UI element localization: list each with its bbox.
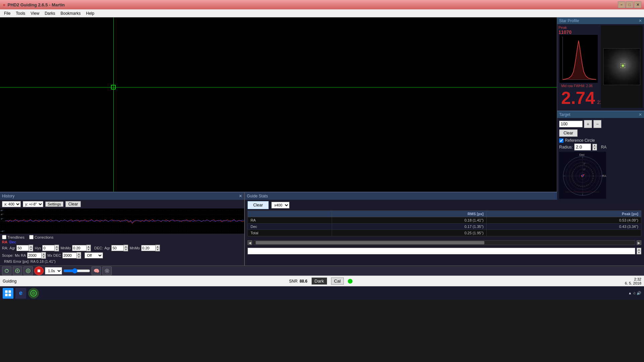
ra-agr-down[interactable]: ▼ (29, 248, 33, 251)
title-bar-left: ● PHD2 Guiding 2.6.5 - Martin (3, 2, 65, 7)
row-dec-label: Dec (248, 224, 332, 230)
cal-button[interactable]: Cal (331, 278, 344, 285)
stats-panel: Guide Stats ✕ Clear x400 x100 x200 RMS [… (245, 192, 644, 265)
svg-text:-6": -6" (1, 230, 5, 233)
dec-agr-up[interactable]: ▲ (124, 245, 128, 248)
ra-mnmo-down[interactable]: ▼ (87, 248, 91, 251)
history-clear-button[interactable]: Clear (65, 201, 81, 207)
menu-file[interactable]: File (1, 10, 13, 16)
settings-button[interactable]: Settings (45, 201, 63, 207)
history-close[interactable]: ✕ (239, 194, 242, 198)
title-bar: ● PHD2 Guiding 2.6.5 - Martin − □ ✕ (0, 0, 644, 9)
settings-button[interactable] (102, 266, 112, 275)
start-button[interactable] (3, 288, 13, 299)
svg-text:2": 2" (583, 168, 586, 171)
system-tray: ▲ ♫ 🔊 (628, 291, 641, 295)
x-range-select[interactable]: x: 400 (2, 201, 21, 207)
zoom-select[interactable]: x400 x100 x200 (271, 202, 289, 208)
close-button[interactable]: ✕ (634, 1, 641, 8)
guide-button[interactable] (23, 266, 33, 275)
dec-mnmo-wrap: ▲ ▼ (141, 245, 160, 251)
exposure-slider[interactable] (63, 268, 90, 274)
rms-info: RMS Error [px]: RA 0.18 (1.41") (2, 259, 242, 264)
radius-input[interactable] (574, 143, 591, 150)
target-minus-button[interactable]: − (593, 120, 601, 128)
menu-help[interactable]: Help (84, 10, 97, 16)
corrections-checkbox[interactable] (29, 235, 34, 239)
minimize-button[interactable]: − (618, 1, 625, 8)
trendlines-checkbox-row[interactable]: Trendlines (2, 235, 24, 239)
menu-tools[interactable]: Tools (13, 10, 28, 16)
row-dec-rms: 0.17 (1.35") (332, 224, 486, 230)
ie-button[interactable]: e (15, 288, 26, 299)
dec-agr-down[interactable]: ▼ (124, 248, 128, 251)
mx-ra-input[interactable] (27, 252, 41, 258)
stats-text-input[interactable] (248, 248, 635, 254)
dark-button[interactable]: Dark (312, 278, 327, 285)
mx-dec-up[interactable]: ▲ (77, 252, 81, 255)
radius-up[interactable]: ▲ (593, 144, 597, 147)
mx-dec-down[interactable]: ▼ (77, 255, 81, 258)
svg-point-19 (584, 174, 585, 175)
scroll-left[interactable]: ◀ (248, 240, 252, 245)
star-profile-left: Peak 11070 Mid row FWHM: 2.06 (557, 24, 601, 109)
history-panel: History ✕ x: 400 y: +/-8" Settings Clear (0, 192, 245, 265)
svg-point-60 (33, 293, 34, 294)
ra-label: RA (2, 240, 7, 244)
scroll-right[interactable]: ▶ (637, 240, 641, 245)
trendlines-checkbox[interactable] (2, 235, 6, 239)
hys-input-wrap: ▲ ▼ (42, 245, 59, 251)
maximize-button[interactable]: □ (626, 1, 633, 8)
off-select[interactable]: Off Auto North South (85, 252, 103, 258)
svg-point-18 (582, 176, 583, 177)
ref-circle-row: Reference Circle (559, 138, 642, 143)
stats-spin-up[interactable]: ▲ (637, 248, 641, 251)
dec-agr-wrap: ▲ ▼ (111, 245, 128, 251)
exposure-time-select[interactable]: 1.0s 0.5s 2.0s (45, 267, 62, 275)
y-range-select[interactable]: y: +/-8" (23, 201, 43, 207)
ra-agr-input[interactable] (16, 245, 29, 251)
mx-dec-input[interactable] (62, 252, 76, 258)
dec-mnmo-up[interactable]: ▲ (156, 245, 160, 248)
target-close[interactable]: ✕ (639, 112, 642, 117)
history-header: History ✕ (0, 192, 244, 200)
dec-mnmo-input[interactable] (141, 245, 155, 251)
mx-ra-up[interactable]: ▲ (42, 252, 46, 255)
calibrate-button[interactable] (13, 266, 22, 275)
scroll-thumb (256, 241, 484, 244)
svg-text:2": 2" (1, 218, 4, 220)
col-header-rms: RMS [px] (332, 211, 486, 217)
dec-mnmo-down[interactable]: ▼ (156, 248, 160, 251)
target-clear-button[interactable]: Clear (559, 129, 578, 137)
target-value-input[interactable] (559, 121, 583, 127)
radius-down[interactable]: ▼ (593, 147, 597, 150)
toolbar: 1.0s 0.5s 2.0s 🧠 (0, 265, 644, 276)
hys-up[interactable]: ▲ (55, 245, 59, 248)
ra-mnmo-input[interactable] (72, 245, 86, 251)
stats-spin-down[interactable]: ▼ (637, 251, 641, 254)
mx-dec-label: Mx DEC (47, 253, 61, 257)
stop-button[interactable] (34, 266, 44, 275)
stats-clear-button[interactable]: Clear (248, 201, 269, 209)
ra-mnmo-up[interactable]: ▲ (87, 245, 91, 248)
brain-button[interactable]: 🧠 (92, 266, 101, 275)
target-plus-button[interactable]: + (584, 120, 592, 128)
dec-agr-input[interactable] (111, 245, 123, 251)
phd-button[interactable] (28, 288, 39, 299)
star-profile-close[interactable]: ✕ (639, 18, 642, 23)
menu-darks[interactable]: Darks (42, 10, 58, 16)
menu-view[interactable]: View (28, 10, 42, 16)
bottom-section: History ✕ x: 400 y: +/-8" Settings Clear (0, 192, 644, 265)
hys-down[interactable]: ▼ (55, 248, 59, 251)
ref-circle-checkbox[interactable] (559, 138, 564, 143)
svg-point-21 (583, 176, 584, 177)
hys-input[interactable] (42, 245, 54, 251)
status-indicator (348, 279, 353, 284)
mx-ra-down[interactable]: ▼ (42, 255, 46, 258)
corrections-checkbox-row[interactable]: Corrections (29, 235, 53, 239)
loop-button[interactable] (2, 266, 11, 275)
menu-bookmarks[interactable]: Bookmarks (58, 10, 84, 16)
ra-agr-up[interactable]: ▲ (29, 245, 33, 248)
target-content: + − Clear Reference Circle Radius: ▲ ▼ (557, 118, 644, 202)
scroll-track[interactable] (254, 240, 635, 245)
